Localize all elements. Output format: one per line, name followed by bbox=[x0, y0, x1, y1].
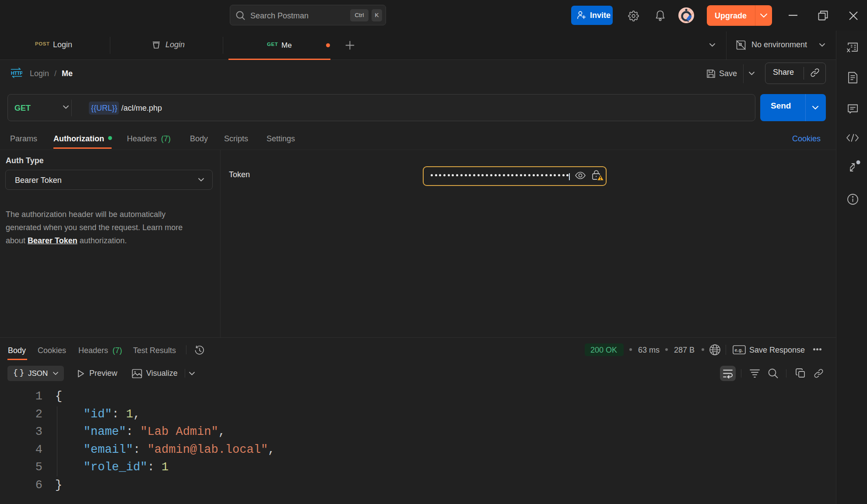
svg-text:HTTP: HTTP bbox=[11, 70, 22, 76]
svg-text:e.g.: e.g. bbox=[735, 347, 743, 353]
